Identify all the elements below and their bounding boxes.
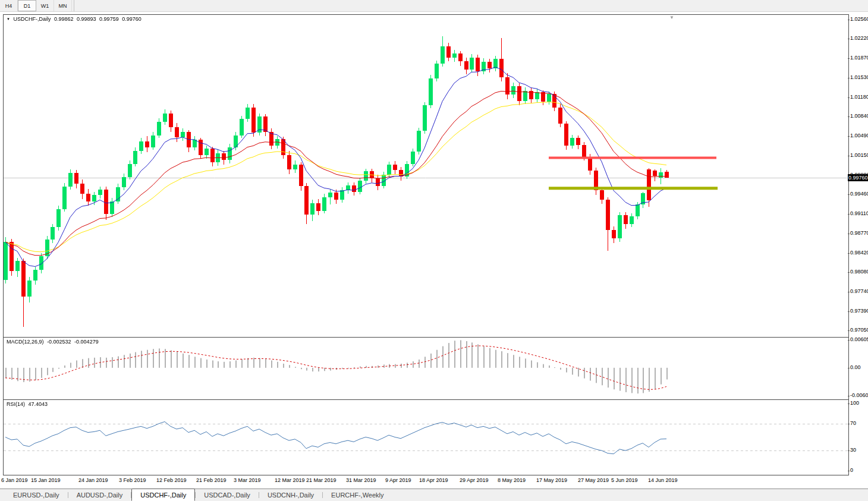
axis-tick xyxy=(848,97,850,98)
axis-tick xyxy=(848,156,850,156)
axis-tick xyxy=(848,424,850,424)
price-axis-label: 0.99110 xyxy=(850,210,868,216)
collapse-triangle-icon[interactable]: ▼ xyxy=(7,17,10,21)
price-axis-label: 1.00150 xyxy=(850,152,868,158)
price-axis-label: 1.01530 xyxy=(850,74,868,80)
date-axis-label: 21 Feb 2019 xyxy=(196,477,227,483)
date-axis-label: 8 May 2019 xyxy=(498,477,526,483)
toolbar-divider xyxy=(74,0,74,11)
price-axis-label: 1.00490 xyxy=(850,133,868,138)
chart-title: ▼ USDCHF-,Daily 0.99862 0.99893 0.99759 … xyxy=(7,16,143,22)
axis-tick xyxy=(848,368,850,368)
axis-tick xyxy=(848,214,850,215)
chart-tab-bar: EURUSD-,DailyAUDUSD-,DailyUSDCHF-,DailyU… xyxy=(0,489,868,501)
axis-tick xyxy=(848,39,850,39)
axis-tick xyxy=(848,330,850,331)
axis-tick xyxy=(848,340,850,341)
date-axis-label: 6 Jan 2019 xyxy=(1,477,28,483)
axis-tick xyxy=(848,194,850,195)
macd-panel[interactable]: MACD(12,26,9) -0.002532 -0.004279 xyxy=(3,337,849,400)
chart-symbol-label: USDCHF-,Daily xyxy=(13,16,51,22)
rsi-axis-label: 30 xyxy=(850,447,856,453)
price-chart-canvas[interactable] xyxy=(4,15,847,336)
chart-tab-eurusddaily[interactable]: EURUSD-,Daily xyxy=(5,489,68,501)
price-scale[interactable]: 1.025601.022201.018701.015301.011801.008… xyxy=(848,14,868,474)
price-axis-label: 1.02560 xyxy=(850,16,868,22)
axis-tick xyxy=(848,292,850,292)
axis-tick xyxy=(848,311,850,312)
date-axis-label: 5 Jun 2019 xyxy=(611,477,638,483)
axis-tick xyxy=(848,450,850,451)
chart-tab-usdcaddaily[interactable]: USDCAD-,Daily xyxy=(196,489,259,501)
date-axis-label: 12 Mar 2019 xyxy=(275,477,305,483)
timeframe-toolbar: H4 D1 W1 MN xyxy=(0,0,868,12)
macd-axis-label: 0.006058 xyxy=(850,336,868,342)
axis-tick xyxy=(848,404,850,404)
price-axis-label: 0.97050 xyxy=(850,327,868,333)
date-axis-label: 15 Jan 2019 xyxy=(31,477,61,483)
ohlc-high: 0.99893 xyxy=(77,16,96,22)
date-axis-label: 12 Feb 2019 xyxy=(156,477,187,483)
date-axis-label: 21 Mar 2019 xyxy=(306,477,336,483)
mt4-window: H4 D1 W1 MN ▼ USDCHF-,Daily 0.99862 0.99… xyxy=(0,0,868,501)
chart-shift-marker-icon[interactable]: ▼ xyxy=(669,15,674,20)
timeframe-mn-button[interactable]: MN xyxy=(54,0,72,11)
chart-tab-eurchfweekly[interactable]: EURCHF-,Weekly xyxy=(323,489,392,501)
date-axis-label: 3 Mar 2019 xyxy=(234,477,261,483)
rsi-value: 47.4043 xyxy=(29,401,48,407)
axis-tick xyxy=(848,116,850,117)
axis-tick xyxy=(848,136,850,137)
date-axis-label: 3 Feb 2019 xyxy=(119,477,146,483)
rsi-axis-label: 70 xyxy=(850,420,856,426)
price-axis-label: 1.00840 xyxy=(850,113,868,119)
rsi-panel[interactable]: RSI(14) 47.4043 xyxy=(3,399,849,475)
axis-tick xyxy=(848,253,850,254)
chart-tab-audusddaily[interactable]: AUDUSD-,Daily xyxy=(68,489,131,501)
axis-tick xyxy=(848,396,850,396)
current-price-tag: 0.99760 xyxy=(848,174,868,181)
axis-tick xyxy=(848,58,850,59)
rsi-axis-label: 0 xyxy=(850,467,853,473)
macd-signal-value: -0.004279 xyxy=(74,339,99,345)
macd-canvas[interactable] xyxy=(4,338,847,398)
date-axis-label: 31 Mar 2019 xyxy=(346,477,376,483)
date-axis-label: 9 Apr 2019 xyxy=(385,477,411,483)
chart-tab-usdcnhdaily[interactable]: USDCNH-,Daily xyxy=(259,489,322,501)
macd-axis-label: -0.006094 xyxy=(850,392,868,398)
price-chart-panel[interactable]: ▼ USDCHF-,Daily 0.99862 0.99893 0.99759 … xyxy=(3,14,849,338)
timeframe-w1-button[interactable]: W1 xyxy=(36,0,54,11)
rsi-title: RSI(14) 47.4043 xyxy=(7,401,49,407)
date-axis[interactable]: 6 Jan 201915 Jan 201924 Jan 20193 Feb 20… xyxy=(0,474,868,487)
price-axis-label: 0.98420 xyxy=(850,250,868,256)
date-axis-label: 24 Jan 2019 xyxy=(78,477,108,483)
price-axis-label: 0.98080 xyxy=(850,269,868,275)
rsi-label: RSI(14) xyxy=(7,401,25,407)
axis-tick xyxy=(848,471,850,471)
date-axis-label: 17 May 2019 xyxy=(536,477,567,483)
date-axis-label: 27 May 2019 xyxy=(578,477,609,483)
date-axis-label: 18 Apr 2019 xyxy=(419,477,448,483)
price-axis-label: 0.97740 xyxy=(850,288,868,294)
timeframe-h4-button[interactable]: H4 xyxy=(0,0,18,11)
price-axis-label: 1.01870 xyxy=(850,55,868,61)
timeframe-d1-button[interactable]: D1 xyxy=(18,0,36,11)
macd-title: MACD(12,26,9) -0.002532 -0.004279 xyxy=(7,339,100,345)
date-axis-label: 14 Jun 2019 xyxy=(648,477,678,483)
ohlc-open: 0.99862 xyxy=(54,16,74,22)
macd-main-value: -0.002532 xyxy=(47,339,71,345)
price-axis-label: 1.01180 xyxy=(850,94,868,100)
ohlc-close: 0.99760 xyxy=(122,16,141,22)
rsi-canvas[interactable] xyxy=(4,400,847,474)
ohlc-low: 0.99759 xyxy=(99,16,119,22)
date-axis-label: 29 Apr 2019 xyxy=(460,477,489,483)
macd-axis-label: 0.00 xyxy=(850,364,861,370)
axis-tick xyxy=(848,234,850,234)
chart-tab-usdchfdaily[interactable]: USDCHF-,Daily xyxy=(131,489,195,501)
axis-tick xyxy=(848,78,850,78)
price-axis-label: 1.02220 xyxy=(850,35,868,41)
price-axis-label: 0.99460 xyxy=(850,191,868,197)
axis-tick xyxy=(848,272,850,273)
macd-label: MACD(12,26,9) xyxy=(7,339,44,345)
price-axis-label: 0.98770 xyxy=(850,230,868,236)
price-axis-label: 0.97390 xyxy=(850,308,868,314)
